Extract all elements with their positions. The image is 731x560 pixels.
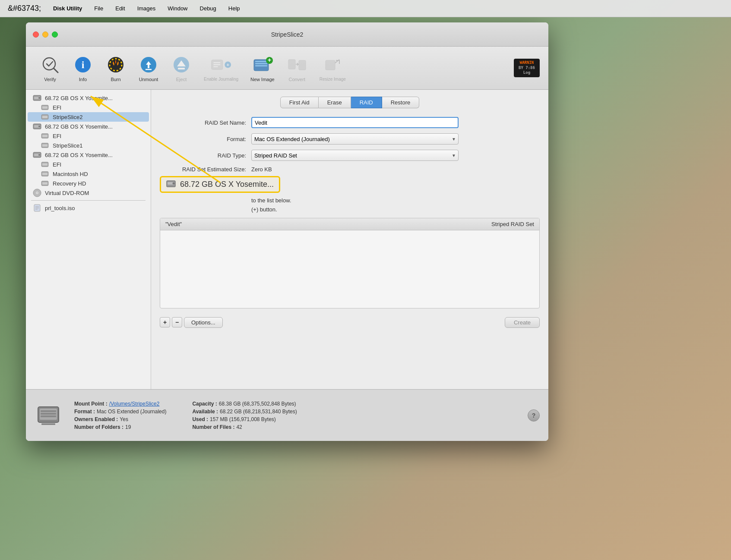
- log-button[interactable]: WARNIN BY 7:86 Log: [514, 59, 540, 77]
- remove-button[interactable]: −: [172, 317, 182, 327]
- svg-rect-64: [41, 413, 56, 415]
- menu-disk-utility[interactable]: Disk Utility: [51, 3, 85, 13]
- folders-key: Number of Folders :: [74, 424, 123, 430]
- content-area: 68.72 GB OS X Yosemite... EFI StripeSlic…: [26, 90, 548, 389]
- toolbar-info[interactable]: i Info: [67, 51, 98, 85]
- tab-restore[interactable]: Restore: [382, 97, 420, 108]
- form-section: RAID Set Name: Format: Mac OS Extended (…: [160, 117, 540, 173]
- status-files-row: Number of Files : 42: [192, 424, 297, 430]
- sidebar-divider: [31, 200, 146, 201]
- toolbar-eject[interactable]: Eject: [166, 51, 197, 85]
- main-panel: First Aid Erase RAID Restore RAID Set Na…: [151, 90, 548, 389]
- sidebar-item-disk2-efi[interactable]: EFI: [28, 131, 149, 141]
- sidebar-disk3-mac-label: Macintosh HD: [53, 171, 88, 177]
- svg-rect-44: [42, 163, 47, 165]
- drag-disk-icon: [166, 180, 176, 189]
- sidebar-dvd-label: Virtual DVD-ROM: [45, 190, 89, 196]
- format-select[interactable]: Mac OS Extended (Journaled): [251, 133, 459, 145]
- sidebar-item-disk2[interactable]: 68.72 GB OS X Yosemite...: [28, 122, 149, 131]
- raid-set-name-label: RAID Set Name:: [160, 120, 246, 126]
- menu-edit[interactable]: Edit: [113, 3, 127, 13]
- mount-point-link[interactable]: /Volumes/StripeSlice2: [109, 401, 160, 407]
- sidebar-item-disk3[interactable]: 68.72 GB OS X Yosemite...: [28, 150, 149, 160]
- minimize-button[interactable]: [42, 31, 48, 38]
- add-button[interactable]: +: [160, 317, 170, 327]
- sidebar-disk2-stripe1-label: StripeSlice1: [53, 142, 82, 149]
- close-button[interactable]: [33, 31, 39, 38]
- raid-set-name-input[interactable]: [251, 117, 459, 128]
- menu-file[interactable]: File: [92, 3, 106, 13]
- svg-rect-18: [255, 63, 267, 64]
- hdd-icon-3-efi: [41, 161, 49, 168]
- status-folders-row: Number of Folders : 19: [74, 424, 166, 430]
- sidebar-disk1-stripe2-label: StripeSlice2: [53, 114, 82, 120]
- svg-text:+: +: [268, 57, 271, 63]
- svg-rect-46: [42, 173, 47, 175]
- unmount-label: Unmount: [139, 77, 158, 82]
- menu-debug[interactable]: Debug: [197, 3, 219, 13]
- sidebar-item-disk1[interactable]: 68.72 GB OS X Yosemite...: [28, 93, 149, 103]
- tab-raid[interactable]: RAID: [351, 97, 382, 108]
- toolbar-unmount[interactable]: Unmount: [133, 51, 164, 85]
- help-button[interactable]: ?: [528, 409, 540, 422]
- tab-erase[interactable]: Erase: [319, 97, 351, 108]
- svg-point-28: [38, 97, 40, 99]
- resize-image-label: Resize Image: [320, 77, 346, 82]
- unmount-icon: [138, 54, 159, 75]
- sidebar-disk2-label: 68.72 GB OS X Yosemite...: [45, 123, 113, 130]
- toolbar-new-image[interactable]: + New Image: [245, 51, 280, 85]
- toolbar-verify[interactable]: Verify: [35, 51, 66, 85]
- options-button[interactable]: Options...: [184, 317, 223, 328]
- status-available-row: Available : 68.22 GB (68,218,531,840 Byt…: [192, 409, 297, 415]
- sidebar-item-disk3-efi[interactable]: EFI: [28, 160, 149, 169]
- apple-menu[interactable]: &#63743;: [5, 2, 44, 15]
- raid-info-line2: (+) button.: [251, 205, 540, 214]
- raid-table: "Vedit" Striped RAID Set: [160, 218, 540, 308]
- owners-val: Yes: [120, 416, 128, 422]
- create-button[interactable]: Create: [505, 317, 540, 328]
- tab-bar: First Aid Erase RAID Restore: [160, 97, 540, 108]
- sidebar-item-dvd[interactable]: Virtual DVD-ROM: [28, 188, 149, 198]
- svg-point-51: [37, 192, 38, 193]
- svg-line-1: [54, 69, 58, 72]
- estimated-size-label: RAID Set Estimated Size:: [160, 166, 246, 173]
- sidebar: 68.72 GB OS X Yosemite... EFI StripeSlic…: [26, 90, 151, 389]
- enable-journaling-icon: +: [211, 54, 231, 75]
- hdd-icon-1-efi: [41, 104, 49, 111]
- window-title: StripeSlice2: [271, 31, 304, 38]
- toolbar-resize-image[interactable]: Resize Image: [314, 51, 351, 85]
- sidebar-item-disk1-stripe2[interactable]: StripeSlice2: [28, 112, 149, 122]
- svg-rect-30: [42, 106, 47, 108]
- menu-window[interactable]: Window: [165, 3, 190, 13]
- hdd-icon-mac: [41, 170, 49, 177]
- raid-table-body: [160, 230, 539, 308]
- sidebar-item-disk3-mac[interactable]: Macintosh HD: [28, 169, 149, 179]
- sidebar-disk1-label: 68.72 GB OS X Yosemite...: [45, 95, 113, 101]
- raid-info-text: to the list below. (+) button.: [251, 196, 540, 214]
- sidebar-item-disk2-stripe1[interactable]: StripeSlice1: [28, 141, 149, 150]
- toolbar-convert[interactable]: Convert: [282, 51, 313, 85]
- raid-type-row: RAID Type: Striped RAID Set ▼: [160, 150, 540, 161]
- info-area: 68.72 GB OS X Yosemite... to the list be…: [160, 176, 540, 214]
- sidebar-item-iso[interactable]: prl_tools.iso: [28, 203, 149, 213]
- hdd-icon-rec: [41, 180, 49, 187]
- menu-help[interactable]: Help: [226, 3, 243, 13]
- new-image-icon: +: [252, 54, 273, 75]
- format-label: Format:: [160, 136, 246, 142]
- status-col-left: Mount Point : /Volumes/StripeSlice2 Form…: [74, 401, 166, 430]
- svg-text:+: +: [226, 62, 229, 67]
- new-image-label: New Image: [250, 77, 275, 82]
- tab-first-aid[interactable]: First Aid: [280, 97, 319, 108]
- sidebar-disk3-rec-label: Recovery HD: [53, 180, 86, 187]
- sidebar-item-disk3-rec[interactable]: Recovery HD: [28, 179, 149, 188]
- sidebar-item-disk1-efi[interactable]: EFI: [28, 103, 149, 112]
- convert-icon: [287, 54, 307, 75]
- raid-type-select[interactable]: Striped RAID Set: [251, 150, 459, 161]
- toolbar: Verify i Info Burn: [26, 47, 548, 90]
- used-key: Used :: [192, 416, 208, 422]
- toolbar-burn[interactable]: Burn: [100, 51, 131, 85]
- maximize-button[interactable]: [52, 31, 58, 38]
- menu-images[interactable]: Images: [135, 3, 158, 13]
- format-row: Format: Mac OS Extended (Journaled) ▼: [160, 133, 540, 145]
- toolbar-enable-journaling[interactable]: + Enable Journaling: [199, 51, 244, 85]
